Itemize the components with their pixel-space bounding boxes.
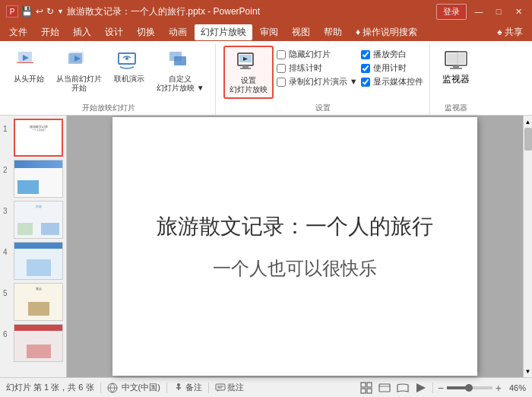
svg-rect-25 <box>216 384 225 390</box>
svg-rect-33 <box>379 384 390 392</box>
notes-label[interactable]: 备注 <box>185 382 202 393</box>
setup-show-icon <box>236 50 261 75</box>
zoom-level[interactable]: 46% <box>505 383 526 392</box>
customize-icon[interactable]: ▼ <box>57 8 64 15</box>
menu-search[interactable]: ♦ 操作说明搜索 <box>350 24 423 40</box>
normal-view-button[interactable] <box>359 381 373 395</box>
redo-icon[interactable]: ↻ <box>46 6 54 17</box>
setup-show-button[interactable]: 设置幻灯片放映 <box>223 46 274 99</box>
slide-panel[interactable]: 1 旅游散文记录 一个人的旅行 2 3 <box>0 116 67 377</box>
scroll-thumb[interactable] <box>524 128 532 151</box>
online-present-button[interactable]: 联机演示 <box>109 46 149 87</box>
menu-bar: 文件 开始 插入 设计 切换 动画 幻灯片放映 审阅 视图 帮助 ♦ 操作说明搜… <box>0 23 532 41</box>
slide-thumb-2[interactable]: 2 <box>3 160 63 198</box>
svg-rect-30 <box>367 383 372 387</box>
hide-slide-checkbox[interactable] <box>277 50 286 59</box>
language-label: 中文(中国) <box>122 383 160 392</box>
status-right: − + 46% <box>359 381 526 395</box>
from-start-label: 从头开始 <box>14 75 44 84</box>
slide-num-6: 6 <box>3 324 11 338</box>
scroll-down-button[interactable]: ▼ <box>524 365 533 377</box>
maximize-button[interactable]: □ <box>491 5 506 18</box>
ribbon-group-label-monitor: 监视器 <box>445 103 467 115</box>
slide-sorter-button[interactable] <box>378 381 391 395</box>
menu-design[interactable]: 设计 <box>99 24 129 40</box>
ribbon-slideshow-buttons: 从头开始 从当前幻灯片开始 <box>9 46 209 103</box>
slide-count-info: 幻灯片 第 1 张，共 6 张 <box>6 382 94 393</box>
monitor-icon <box>444 49 468 73</box>
comments-label[interactable]: 批注 <box>227 382 244 393</box>
zoom-bar[interactable]: − + 46% <box>438 382 526 394</box>
accessibility-status: 备注 <box>173 382 202 393</box>
slide-num-5: 5 <box>3 283 11 297</box>
monitor-button[interactable]: 监视器 <box>438 46 474 89</box>
save-icon[interactable]: 💾 <box>21 6 33 17</box>
scroll-up-button[interactable]: ▲ <box>524 116 533 128</box>
title-bar-right: 登录 — □ ✕ <box>436 4 526 20</box>
svg-rect-18 <box>450 68 462 69</box>
zoom-out-icon[interactable]: − <box>438 382 444 394</box>
record-slideshow-check[interactable]: 录制幻灯片演示 ▼ <box>277 76 358 87</box>
comments-status[interactable]: 批注 <box>215 382 244 393</box>
svg-marker-35 <box>416 383 426 392</box>
zoom-handle[interactable] <box>465 384 473 392</box>
menu-home[interactable]: 开始 <box>35 24 65 40</box>
menu-review[interactable]: 审阅 <box>254 24 284 40</box>
minimize-button[interactable]: — <box>471 5 486 18</box>
custom-show-button[interactable]: 自定义幻灯片放映 ▼ <box>152 46 209 96</box>
use-timings-check[interactable]: 使用计时 <box>361 62 423 74</box>
status-divider-3 <box>208 383 209 393</box>
menu-view[interactable]: 视图 <box>286 24 316 40</box>
ribbon: 从头开始 从当前幻灯片开始 <box>0 41 532 116</box>
menu-share[interactable]: ♠ 共享 <box>491 24 529 40</box>
menu-file[interactable]: 文件 <box>3 24 33 40</box>
login-button[interactable]: 登录 <box>436 4 467 20</box>
slideshow-view-button[interactable] <box>414 381 428 395</box>
close-button[interactable]: ✕ <box>511 5 526 18</box>
ribbon-group-label-start: 开始放映幻灯片 <box>82 103 135 115</box>
menu-slideshow[interactable]: 幻灯片放映 <box>195 24 252 40</box>
play-narrations-checkbox[interactable] <box>361 50 370 59</box>
quick-access-toolbar: 💾 ↩ ↻ ▼ <box>21 6 64 17</box>
rehearse-timing-checkbox[interactable] <box>277 64 286 73</box>
svg-point-7 <box>125 57 128 60</box>
slide-thumb-3[interactable]: 3 内容 <box>3 201 63 239</box>
slide-canvas: 旅游散文记录：一个人的旅行 一个人也可以很快乐 <box>112 117 477 376</box>
show-media-controls-checkbox[interactable] <box>361 78 370 87</box>
online-present-icon <box>117 49 141 73</box>
from-current-button[interactable]: 从当前幻灯片开始 <box>52 46 106 96</box>
slide-thumb-1[interactable]: 1 旅游散文记录 一个人的旅行 <box>3 119 63 157</box>
undo-icon[interactable]: ↩ <box>36 6 43 17</box>
ribbon-group-settings: 设置幻灯片放映 隐藏幻灯片 排练计时 录制幻灯片演示 ▼ <box>217 44 430 115</box>
play-narrations-check[interactable]: 播放旁白 <box>361 49 423 60</box>
svg-rect-32 <box>367 389 372 393</box>
rehearse-timing-check[interactable]: 排练计时 <box>277 62 358 74</box>
record-slideshow-checkbox[interactable] <box>277 78 286 87</box>
slide-img-1: 旅游散文记录 一个人的旅行 <box>14 119 63 157</box>
menu-insert[interactable]: 插入 <box>67 24 97 40</box>
zoom-in-icon[interactable]: + <box>496 382 502 394</box>
ribbon-checks-left: 隐藏幻灯片 排练计时 录制幻灯片演示 ▼ <box>277 46 358 91</box>
menu-transitions[interactable]: 切换 <box>131 24 161 40</box>
slide-thumb-4[interactable]: 4 <box>3 242 63 280</box>
slide-img-2 <box>14 160 63 198</box>
menu-help[interactable]: 帮助 <box>318 24 348 40</box>
slide-thumb-6[interactable]: 6 <box>3 324 63 362</box>
reading-view-button[interactable] <box>396 381 410 395</box>
svg-rect-9 <box>174 56 186 65</box>
from-current-label: 从当前幻灯片开始 <box>56 75 102 93</box>
ribbon-monitor-buttons: 监视器 <box>438 46 474 103</box>
status-divider-4 <box>432 383 433 393</box>
slide-thumb-5[interactable]: 5 景点 <box>3 283 63 321</box>
svg-point-22 <box>177 383 180 386</box>
show-media-controls-check[interactable]: 显示媒体控件 <box>361 76 423 87</box>
right-scrollbar[interactable]: ▲ ▼ <box>523 116 532 377</box>
hide-slide-check[interactable]: 隐藏幻灯片 <box>277 49 358 60</box>
menu-animations[interactable]: 动画 <box>163 24 193 40</box>
from-start-button[interactable]: 从头开始 <box>9 46 49 87</box>
language-status: 中文(中国) <box>107 382 160 393</box>
zoom-slider[interactable] <box>447 386 492 389</box>
use-timings-checkbox[interactable] <box>361 64 370 73</box>
svg-rect-31 <box>361 389 366 393</box>
window-title: 旅游散文记录：一个人的旅行.pptx - PowerPoint <box>67 5 260 18</box>
